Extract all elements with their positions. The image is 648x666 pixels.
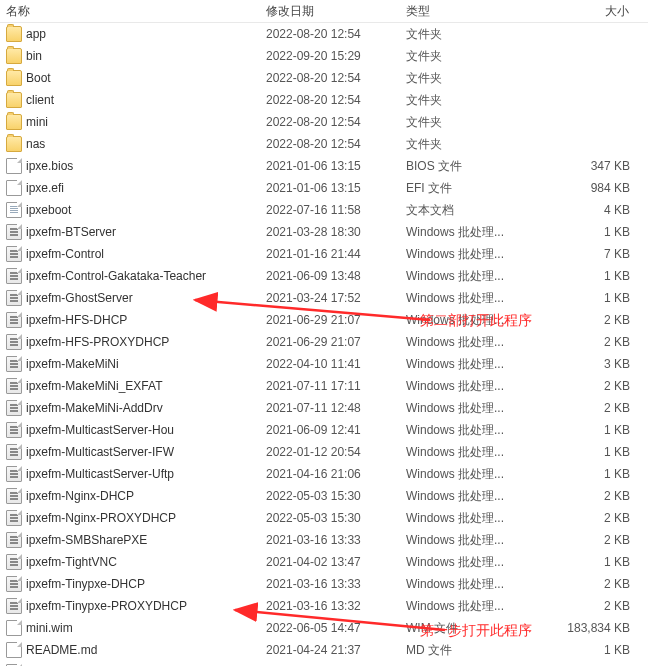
file-name: bin <box>26 45 42 67</box>
file-type: Windows 批处理... <box>400 243 540 265</box>
folder-icon <box>6 114 22 130</box>
table-row[interactable]: ipxefm-Nginx-PROXYDHCP2022-05-03 15:30Wi… <box>0 507 648 529</box>
file-date: 2021-04-02 13:47 <box>260 551 400 573</box>
table-row[interactable]: app2022-08-20 12:54文件夹 <box>0 23 648 45</box>
file-type: MD 文件 <box>400 639 540 661</box>
file-date: 2021-06-29 21:07 <box>260 309 400 331</box>
file-explorer: 名称 修改日期 类型 大小 app2022-08-20 12:54文件夹bin2… <box>0 0 648 666</box>
file-name: mini <box>26 111 48 133</box>
batch-file-icon <box>6 422 22 438</box>
batch-file-icon <box>6 334 22 350</box>
file-type: Windows 批处理... <box>400 287 540 309</box>
file-name: ipxefm-MakeMiNi-AddDrv <box>26 397 163 419</box>
table-row[interactable]: ipxefm-HFS-PROXYDHCP2021-06-29 21:07Wind… <box>0 331 648 353</box>
file-icon <box>6 620 22 636</box>
batch-file-icon <box>6 554 22 570</box>
table-row[interactable]: ipxefm-Nginx-DHCP2022-05-03 15:30Windows… <box>0 485 648 507</box>
table-row[interactable]: ipxefm-MakeMiNi2022-04-10 11:41Windows 批… <box>0 353 648 375</box>
file-date: 2022-08-20 12:54 <box>260 133 400 155</box>
batch-file-icon <box>6 510 22 526</box>
table-row[interactable]: client2022-08-20 12:54文件夹 <box>0 89 648 111</box>
table-row[interactable]: ipxefm-Tinypxe-PROXYDHCP2021-03-16 13:32… <box>0 595 648 617</box>
file-date: 2021-06-09 13:48 <box>260 265 400 287</box>
file-type: Windows 批处理... <box>400 419 540 441</box>
file-type: 文件夹 <box>400 133 540 155</box>
file-name: ipxefm-SMBSharePXE <box>26 529 147 551</box>
table-row[interactable]: README.md2021-04-24 21:37MD 文件1 KB <box>0 639 648 661</box>
file-name: ipxefm-Tinypxe-DHCP <box>26 573 145 595</box>
file-size: 1 KB <box>540 463 640 485</box>
file-size: 2 KB <box>540 309 640 331</box>
file-type: Windows 批处理... <box>400 507 540 529</box>
table-row[interactable]: ipxefm-MulticastServer-Hou2021-06-09 12:… <box>0 419 648 441</box>
table-row[interactable]: ipxefm-Control-Gakataka-Teacher2021-06-0… <box>0 265 648 287</box>
file-name: ipxefm-HFS-PROXYDHCP <box>26 331 169 353</box>
batch-file-icon <box>6 400 22 416</box>
file-date: 2021-03-28 18:30 <box>260 221 400 243</box>
file-date: 2021-07-11 12:48 <box>260 397 400 419</box>
table-row[interactable]: Boot2022-08-20 12:54文件夹 <box>0 67 648 89</box>
table-row[interactable]: ipxefm-SMBSharePXE2021-03-16 13:33Window… <box>0 529 648 551</box>
file-date: 2021-03-16 13:33 <box>260 573 400 595</box>
folder-icon <box>6 70 22 86</box>
file-type: Windows 批处理... <box>400 485 540 507</box>
table-row[interactable]: ipxefm-BTServer2021-03-28 18:30Windows 批… <box>0 221 648 243</box>
table-row[interactable]: mini2022-08-20 12:54文件夹 <box>0 111 648 133</box>
column-header-type[interactable]: 类型 <box>400 0 540 22</box>
file-name: ipxefm-Control-Gakataka-Teacher <box>26 265 206 287</box>
file-name: client <box>26 89 54 111</box>
file-size <box>540 23 640 45</box>
batch-file-icon <box>6 488 22 504</box>
file-type: Windows 批处理... <box>400 397 540 419</box>
table-row[interactable]: 网卡pnp说明2021-04-24 21:06文本文档4 KB <box>0 661 648 666</box>
column-header-name[interactable]: 名称 <box>0 0 260 22</box>
batch-file-icon <box>6 532 22 548</box>
file-size: 1 KB <box>540 221 640 243</box>
table-row[interactable]: ipxe.bios2021-01-06 13:15BIOS 文件347 KB <box>0 155 648 177</box>
file-size: 2 KB <box>540 397 640 419</box>
file-name: 网卡pnp说明 <box>26 661 94 666</box>
table-row[interactable]: ipxefm-GhostServer2021-03-24 17:52Window… <box>0 287 648 309</box>
batch-file-icon <box>6 378 22 394</box>
table-row[interactable]: ipxefm-MakeMiNi-AddDrv2021-07-11 12:48Wi… <box>0 397 648 419</box>
folder-icon <box>6 136 22 152</box>
folder-icon <box>6 26 22 42</box>
file-type: 文件夹 <box>400 67 540 89</box>
table-row[interactable]: ipxefm-MakeMiNi_EXFAT2021-07-11 17:11Win… <box>0 375 648 397</box>
file-type: Windows 批处理... <box>400 463 540 485</box>
file-name: ipxefm-MakeMiNi <box>26 353 119 375</box>
file-name: ipxefm-MulticastServer-IFW <box>26 441 174 463</box>
file-name: ipxefm-Control <box>26 243 104 265</box>
table-row[interactable]: ipxefm-HFS-DHCP2021-06-29 21:07Windows 批… <box>0 309 648 331</box>
table-row[interactable]: ipxe.efi2021-01-06 13:15EFI 文件984 KB <box>0 177 648 199</box>
file-type: 文本文档 <box>400 661 540 666</box>
table-row[interactable]: mini.wim2022-06-05 14:47WIM 文件183,834 KB <box>0 617 648 639</box>
file-size: 2 KB <box>540 375 640 397</box>
file-size: 3 KB <box>540 353 640 375</box>
file-size: 2 KB <box>540 595 640 617</box>
file-date: 2021-06-09 12:41 <box>260 419 400 441</box>
column-header-size[interactable]: 大小 <box>540 0 640 22</box>
file-type: Windows 批处理... <box>400 331 540 353</box>
table-row[interactable]: ipxefm-MulticastServer-IFW2022-01-12 20:… <box>0 441 648 463</box>
table-row[interactable]: ipxefm-Control2021-01-16 21:44Windows 批处… <box>0 243 648 265</box>
file-size: 2 KB <box>540 507 640 529</box>
table-row[interactable]: ipxefm-Tinypxe-DHCP2021-03-16 13:33Windo… <box>0 573 648 595</box>
file-name: ipxefm-GhostServer <box>26 287 133 309</box>
file-size: 347 KB <box>540 155 640 177</box>
file-date: 2021-03-16 13:33 <box>260 529 400 551</box>
file-name: ipxefm-HFS-DHCP <box>26 309 127 331</box>
file-name: Boot <box>26 67 51 89</box>
table-row[interactable]: bin2022-09-20 15:29文件夹 <box>0 45 648 67</box>
file-name: ipxe.bios <box>26 155 73 177</box>
table-row[interactable]: ipxefm-MulticastServer-Uftp2021-04-16 21… <box>0 463 648 485</box>
table-row[interactable]: ipxeboot2022-07-16 11:58文本文档4 KB <box>0 199 648 221</box>
table-row[interactable]: nas2022-08-20 12:54文件夹 <box>0 133 648 155</box>
table-row[interactable]: ipxefm-TightVNC2021-04-02 13:47Windows 批… <box>0 551 648 573</box>
column-header-row: 名称 修改日期 类型 大小 <box>0 0 648 23</box>
column-header-date[interactable]: 修改日期 <box>260 0 400 22</box>
file-type: Windows 批处理... <box>400 353 540 375</box>
file-type: 文件夹 <box>400 111 540 133</box>
file-size: 4 KB <box>540 199 640 221</box>
file-date: 2021-01-16 21:44 <box>260 243 400 265</box>
